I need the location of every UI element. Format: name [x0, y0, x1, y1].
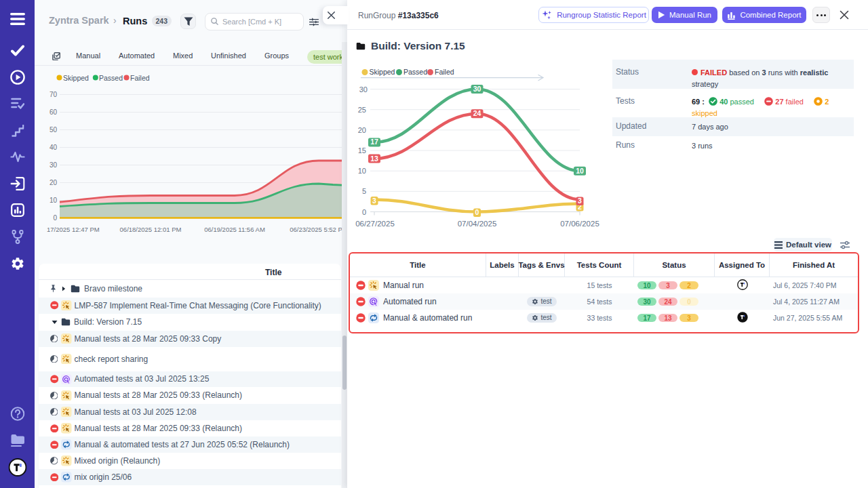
svg-text:13: 13: [370, 155, 378, 163]
svg-text:24: 24: [473, 109, 481, 117]
svg-text:25: 25: [358, 106, 366, 114]
svg-text:06/18/2025 12:01 PM: 06/18/2025 12:01 PM: [120, 226, 182, 233]
svg-text:Failed: Failed: [435, 68, 454, 76]
svg-text:07/04/2025: 07/04/2025: [458, 220, 497, 228]
svg-text:Failed: Failed: [130, 74, 150, 82]
svg-text:17/2025 12:47 PM: 17/2025 12:47 PM: [47, 226, 100, 233]
svg-text:15: 15: [358, 146, 366, 155]
svg-text:30: 30: [473, 85, 481, 93]
svg-text:60: 60: [50, 108, 58, 116]
svg-text:06/19/2025 11:56 AM: 06/19/2025 11:56 AM: [204, 226, 265, 233]
svg-text:10: 10: [50, 197, 58, 204]
svg-text:30: 30: [50, 161, 58, 169]
svg-text:Passed: Passed: [99, 74, 123, 82]
svg-text:5: 5: [362, 187, 366, 195]
svg-text:0: 0: [362, 208, 366, 216]
svg-text:20: 20: [50, 179, 58, 186]
svg-text:17: 17: [370, 138, 378, 146]
svg-text:06/23/2025 5:52 PM: 06/23/2025 5:52 PM: [290, 226, 347, 233]
svg-text:07/06/2025: 07/06/2025: [560, 220, 599, 228]
svg-text:0: 0: [475, 208, 479, 216]
svg-text:10: 10: [358, 167, 366, 175]
svg-text:20: 20: [358, 126, 366, 134]
svg-text:Skipped: Skipped: [370, 68, 395, 76]
svg-text:40: 40: [50, 144, 58, 151]
svg-text:Passed: Passed: [403, 68, 427, 76]
svg-text:06/27/2025: 06/27/2025: [355, 220, 395, 228]
svg-text:10: 10: [576, 167, 584, 175]
svg-text:30: 30: [359, 85, 368, 94]
svg-text:70: 70: [50, 91, 58, 98]
svg-text:3: 3: [578, 197, 582, 205]
svg-text:3: 3: [372, 197, 376, 205]
svg-text:50: 50: [50, 126, 58, 134]
svg-text:0: 0: [53, 214, 57, 222]
svg-text:Skipped: Skipped: [63, 74, 89, 82]
